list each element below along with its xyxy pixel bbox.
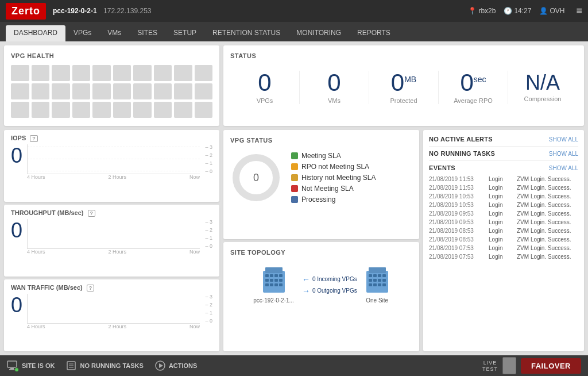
- svg-marker-37: [159, 363, 163, 368]
- actions-label: ACTIONS: [169, 362, 198, 369]
- svg-rect-30: [10, 368, 14, 369]
- event-date: 21/08/2019 07:53: [429, 254, 486, 260]
- nav-setup[interactable]: SETUP: [165, 25, 204, 41]
- site-status-icon: [7, 360, 18, 371]
- site-topology-card: SITE TOPOLOGY: [223, 242, 419, 351]
- live-test-switch[interactable]: [502, 357, 516, 374]
- source-building-icon: [262, 266, 286, 294]
- throughput-value: 0: [11, 219, 22, 242]
- incoming-arrow-icon: ←: [302, 275, 310, 284]
- legend-history-not-meeting: History not Meeting SLA: [291, 174, 376, 182]
- vpg-cell: [195, 102, 213, 118]
- middle-column: VPG STATUS 0 Meeting SLA: [223, 130, 419, 351]
- vpg-cell: [11, 65, 29, 81]
- event-row: 21/08/2019 09:53 Login ZVM Login. Succes…: [429, 209, 578, 218]
- throughput-card: THROUGHPUT (MB/sec) ? 0 – 3 – 2 – 1 – 0 …: [4, 205, 219, 277]
- menu-icon[interactable]: ≡: [576, 5, 582, 17]
- event-row: 21/08/2019 08:53 Login ZVM Login. Succes…: [429, 227, 578, 235]
- vpg-cell: [32, 102, 50, 118]
- throughput-content: 0 – 3 – 2 – 1 – 0 4 Hours 2 Hours Now: [11, 219, 212, 254]
- tasks-divider: [429, 160, 578, 161]
- vpg-status-title: VPG STATUS: [230, 137, 412, 144]
- event-date: 21/08/2019 08:53: [429, 228, 486, 234]
- outgoing-vpgs: → 0 Outgoing VPGs: [302, 286, 357, 296]
- nav-dashboard[interactable]: DASHBOARD: [6, 25, 65, 41]
- svg-rect-11: [265, 283, 269, 286]
- vpg-cell: [52, 102, 70, 118]
- svg-rect-12: [270, 283, 273, 286]
- svg-rect-8: [270, 279, 273, 282]
- event-message: ZVM Login. Success.: [517, 219, 578, 225]
- test-label: TEST: [482, 366, 498, 372]
- svg-rect-25: [369, 283, 372, 286]
- nav-retention[interactable]: RETENTION STATUS: [204, 25, 288, 41]
- event-date: 21/08/2019 08:53: [429, 236, 486, 243]
- donut-value: 0: [253, 172, 259, 184]
- vpg-legend: Meeting SLA RPO not Meeting SLA History …: [291, 152, 376, 204]
- hostname: pcc-192-0-2-1: [53, 7, 97, 15]
- nav-sites[interactable]: SITES: [129, 25, 165, 41]
- header: Zerto pcc-192-0-2-1 172.22.139.253 rbx2b…: [0, 0, 588, 22]
- event-type: Login: [489, 185, 514, 191]
- nav-reports[interactable]: REPORTS: [349, 25, 399, 41]
- site-status-item[interactable]: SITE IS OK: [7, 360, 55, 371]
- event-row: 21/08/2019 11:53 Login ZVM Login. Succes…: [429, 183, 578, 192]
- vpgs-value: 0: [230, 71, 299, 95]
- alerts-column: NO ACTIVE ALERTS SHOW ALL NO RUNNING TAS…: [423, 130, 584, 351]
- svg-rect-22: [373, 279, 377, 282]
- vpg-cell: [195, 65, 213, 81]
- tasks-footer-item[interactable]: NO RUNNING TASKS: [66, 360, 143, 371]
- footer: SITE IS OK NO RUNNING TASKS ACTIONS LIVE…: [0, 355, 588, 376]
- vpg-cell: [133, 102, 152, 118]
- vpg-cell: [11, 102, 29, 118]
- legend-processing: Processing: [291, 195, 376, 204]
- event-type: Login: [489, 228, 514, 234]
- vpg-cell: [174, 83, 192, 99]
- event-type: Login: [489, 254, 514, 260]
- iops-help[interactable]: ?: [30, 135, 38, 142]
- nav-monitoring[interactable]: MONITORING: [288, 25, 349, 41]
- legend-meeting-sla: Meeting SLA: [291, 152, 376, 160]
- no-tasks-title: NO RUNNING TASKS: [429, 150, 495, 157]
- nav-vpgs[interactable]: VPGs: [65, 25, 99, 41]
- event-date: 21/08/2019 11:53: [429, 185, 486, 191]
- site-topology-title: SITE TOPOLOGY: [230, 249, 412, 256]
- vpg-health-card: VPG HEALTH: [4, 45, 219, 126]
- legend-rpo-not-meeting: RPO not Meeting SLA: [291, 163, 376, 171]
- event-message: ZVM Login. Success.: [517, 210, 578, 217]
- event-row: 21/08/2019 11:53 Login ZVM Login. Succes…: [429, 175, 578, 183]
- wan-help[interactable]: ?: [87, 285, 95, 291]
- protected-label: Protected: [369, 97, 438, 104]
- vpg-status-content: 0 Meeting SLA RPO not Meeting SLA Histor…: [230, 149, 412, 206]
- server-info: pcc-192-0-2-1 172.22.139.253: [53, 7, 151, 15]
- legend-label-not-meeting: Not Meeting SLA: [301, 185, 354, 193]
- play-icon: [155, 360, 165, 371]
- svg-rect-19: [378, 274, 381, 277]
- rpo-value: 0sec: [439, 71, 508, 95]
- svg-rect-24: [382, 279, 386, 282]
- metric-compression: N/A Compression: [508, 72, 577, 102]
- protected-value: 0MB: [369, 71, 438, 95]
- target-building-icon: [365, 266, 389, 294]
- event-row: 21/08/2019 10:53 Login ZVM Login. Succes…: [429, 192, 578, 201]
- event-date: 21/08/2019 11:53: [429, 176, 486, 182]
- no-alerts-title: NO ACTIVE ALERTS: [429, 136, 493, 143]
- show-all-alerts[interactable]: SHOW ALL: [549, 136, 578, 143]
- event-type: Login: [489, 193, 514, 199]
- nav-vms[interactable]: VMs: [99, 25, 129, 41]
- alerts-divider: [429, 146, 578, 147]
- legend-dot-meeting-sla: [291, 152, 298, 159]
- metric-rpo: 0sec Average RPO: [439, 71, 508, 104]
- show-all-tasks[interactable]: SHOW ALL: [549, 151, 578, 157]
- failover-button[interactable]: FAILOVER: [521, 358, 581, 374]
- event-message: ZVM Login. Success.: [517, 228, 578, 234]
- actions-item[interactable]: ACTIONS: [155, 360, 198, 371]
- show-all-events[interactable]: SHOW ALL: [549, 165, 578, 171]
- live-test-toggle: LIVE TEST: [482, 360, 498, 372]
- vpg-cell: [113, 65, 131, 81]
- throughput-help[interactable]: ?: [88, 210, 96, 217]
- alerts-header: NO ACTIVE ALERTS SHOW ALL: [429, 136, 578, 143]
- throughput-title: THROUGHPUT (MB/sec) ?: [11, 209, 212, 217]
- event-type: Login: [489, 210, 514, 217]
- source-label: pcc-192-0-2-1...: [253, 297, 294, 304]
